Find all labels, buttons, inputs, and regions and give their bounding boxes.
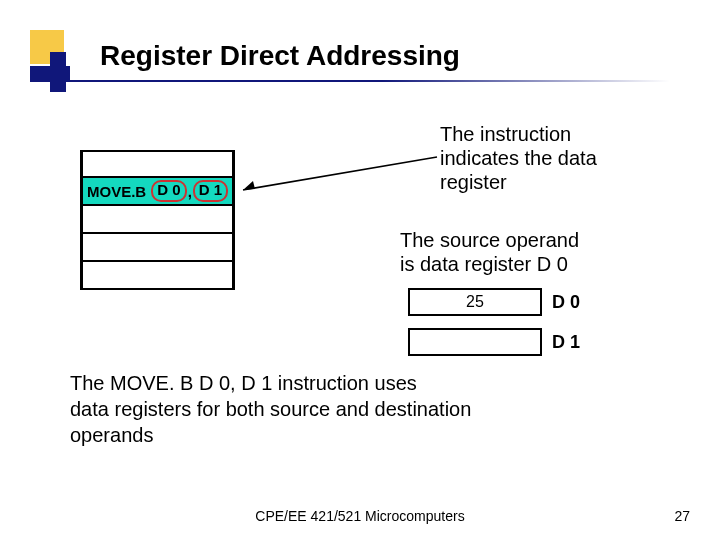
memory-row-empty	[80, 262, 235, 290]
annotation-instruction-indicates: The instruction indicates the data regis…	[440, 122, 597, 194]
annotation-source-operand: The source operand is data register D 0	[400, 228, 579, 276]
instruction-mnemonic: MOVE.B	[87, 183, 150, 200]
memory-row-empty	[80, 150, 235, 178]
title-underline	[30, 80, 670, 82]
explanation-line2: data registers for both source and desti…	[70, 396, 471, 422]
explanation-line3: operands	[70, 422, 471, 448]
annotation1-line3: register	[440, 170, 597, 194]
memory-row-empty	[80, 234, 235, 262]
memory-diagram: MOVE.B D 0 , D 1	[80, 150, 235, 290]
register-d1-value	[408, 328, 542, 356]
register-d1-label: D 1	[552, 332, 580, 353]
instruction-comma: ,	[188, 183, 192, 200]
explanation-text: The MOVE. B D 0, D 1 instruction uses da…	[70, 370, 471, 448]
explanation-line1: The MOVE. B D 0, D 1 instruction uses	[70, 370, 471, 396]
annotation2-line2: is data register D 0	[400, 252, 579, 276]
arrow-annotation1	[235, 155, 445, 195]
memory-row-instruction: MOVE.B D 0 , D 1	[80, 178, 235, 206]
svg-line-0	[243, 157, 437, 190]
annotation2-line1: The source operand	[400, 228, 579, 252]
register-d0-value: 25	[408, 288, 542, 316]
page-number: 27	[674, 508, 690, 524]
svg-marker-1	[243, 181, 255, 190]
instruction-dst-operand: D 1	[193, 180, 228, 202]
register-d0-label: D 0	[552, 292, 580, 313]
annotation1-line2: indicates the data	[440, 146, 597, 170]
memory-row-empty	[80, 206, 235, 234]
instruction-src-operand: D 0	[151, 180, 186, 202]
annotation1-line1: The instruction	[440, 122, 597, 146]
deco-navy-vertical	[50, 52, 66, 92]
register-d1-row: D 1	[408, 328, 580, 356]
footer-text: CPE/EE 421/521 Microcomputers	[0, 508, 720, 524]
register-d0-row: 25 D 0	[408, 288, 580, 316]
slide-title: Register Direct Addressing	[100, 40, 460, 72]
